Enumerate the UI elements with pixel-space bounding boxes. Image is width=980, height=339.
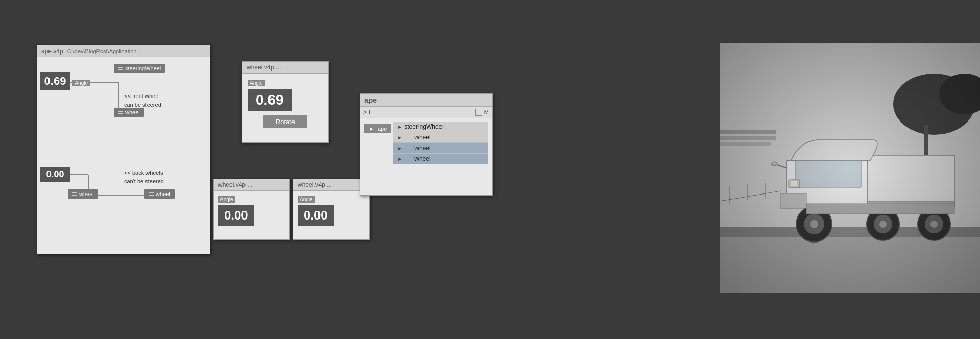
angle-label-steering: Angle [72, 80, 90, 86]
steering-value: 0.69 [40, 72, 70, 90]
wheel-top-icon [118, 110, 123, 114]
tree-row-steering-wheel[interactable]: ► steeringWheel [393, 122, 488, 132]
wheel-top-window[interactable]: wheel.v4p ... Angle 0.69 Rotate [242, 61, 329, 143]
svg-rect-38 [720, 43, 980, 293]
ape-title: ape.v4p [41, 47, 63, 55]
wheel-chip-bottom-right[interactable]: wheel [144, 189, 175, 199]
wheel-top-title: wheel.v4p ... [247, 64, 281, 71]
ape-inspector-title: ape [364, 96, 377, 104]
wheel-bl-content: Angle 0.00 [214, 191, 289, 229]
wheel-bottom-left-icon [72, 192, 77, 196]
back-wheel-value: 0.00 [40, 167, 70, 182]
wheel-top-title-bar: wheel.v4p ... [242, 62, 328, 74]
search-input[interactable] [373, 109, 473, 116]
arrow-icon-3: ► [397, 146, 402, 151]
arrow-icon-2: ► [397, 135, 402, 140]
wheel-br-value: 0.00 [298, 205, 334, 226]
arrow-icon-1: ► [397, 124, 402, 130]
wheel-top-angle-label: Angle [248, 80, 265, 86]
ape-title-bar: ape.v4p C:\dev\BlogPost\Application... [37, 45, 210, 57]
back-wheel-value-group: 0.00 [40, 167, 70, 182]
m-label: M [484, 109, 489, 115]
tree-row-wheel-3[interactable]: ► wheel [393, 154, 488, 164]
wheel-bottom-right-window[interactable]: wheel.v4p ... Angle 0.00 [293, 179, 370, 240]
steering-wheel-chip[interactable]: steeringWheel [114, 63, 165, 73]
wheel-br-title-bar: wheel.v4p ... [293, 179, 369, 191]
comment-front-wheel: << front wheel can be steered [124, 92, 161, 109]
wheel-bottom-right-icon [149, 192, 154, 196]
ape-node-chip[interactable]: ► ape [364, 124, 391, 133]
ape-inspector-title-bar: ape [360, 94, 492, 107]
steering-value-group: 0.69 Angle [40, 72, 90, 90]
search-prompt: > t [363, 109, 371, 116]
steering-wheel-icon [118, 66, 123, 70]
wheel-bl-title-bar: wheel.v4p ... [214, 179, 289, 191]
comment-back-line1: << back wheels [124, 168, 164, 177]
ape-main-window[interactable]: ape.v4p C:\dev\BlogPost\Application... s… [37, 45, 210, 254]
vehicle-photo [720, 43, 980, 293]
wheel-bottom-left-window[interactable]: wheel.v4p ... Angle 0.00 [213, 179, 290, 240]
wheel-chip-bottom-left[interactable]: wheel [68, 189, 98, 199]
search-checkbox[interactable] [475, 109, 482, 116]
wheel-chip-top[interactable]: wheel [114, 107, 144, 117]
vehicle-illustration [720, 43, 980, 293]
ape-inspector-window[interactable]: ape > t M ► ape ► steeringWheel ► [360, 93, 493, 196]
wheel-top-value: 0.69 [248, 89, 292, 111]
wheel-br-content: Angle 0.00 [293, 191, 369, 229]
ape-search-row[interactable]: > t M [360, 107, 492, 118]
wheel-bl-value: 0.00 [218, 205, 254, 226]
comment-front-line1: << front wheel [124, 92, 161, 101]
wheel-bl-angle-label: Angle [218, 196, 235, 203]
tree-row-wheel-1[interactable]: ► wheel [393, 132, 488, 143]
arrow-icon-4: ► [397, 156, 402, 162]
wheel-bl-title: wheel.v4p ... [218, 181, 252, 188]
rotate-button[interactable]: Rotate [263, 115, 307, 128]
tree-row-wheel-2[interactable]: ► wheel [393, 143, 488, 154]
wheel-br-title: wheel.v4p ... [298, 181, 332, 188]
ape-path: C:\dev\BlogPost\Application... [67, 48, 141, 54]
wheel-br-angle-label: Angle [298, 196, 315, 203]
wheel-top-content: Angle 0.69 Rotate [242, 74, 328, 135]
comment-back-wheel: << back wheels can't be steered [124, 168, 164, 185]
comment-back-line2: can't be steered [124, 177, 164, 186]
